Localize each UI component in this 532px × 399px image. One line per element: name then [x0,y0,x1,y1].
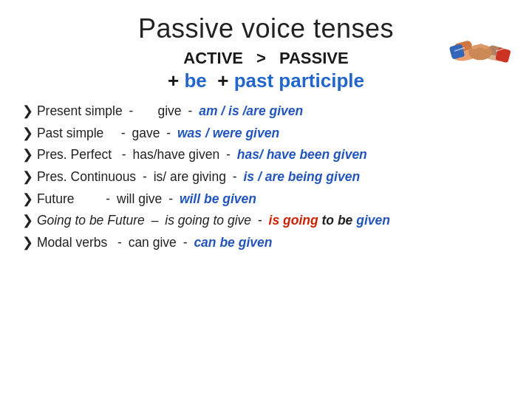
active-form-6: is going to give [165,212,251,230]
formula-plus1: + [168,69,184,92]
passive-form-5: will be given [180,191,256,208]
arrow-symbol: > [256,49,266,68]
tense-label-6: Going to be Future [37,212,145,230]
handshake-svg [448,13,513,78]
bullet-2: ❯ [22,125,37,143]
tense-label-5: Future [37,191,75,208]
bullet-4: ❯ [22,168,37,186]
tense-present-simple: ❯ Present simple - give - am / is /are g… [22,103,510,120]
passive-form-4: is / are being given [244,168,361,186]
tense-pres-continuous: ❯ Pres. Continuous - is/ are giving - is… [22,168,510,186]
tense-label-2: Past simple [37,125,103,143]
passive-form-3: has/ have been given [237,146,367,164]
active-passive-header: ACTIVE > PASSIVE [22,49,510,68]
bullet-5: ❯ [22,191,37,208]
bullet-1: ❯ [22,103,37,120]
tense-label-3: Pres. Perfect [37,146,112,164]
active-form-5: will give [117,191,162,208]
active-label: ACTIVE [183,49,243,68]
passive-label: PASSIVE [279,49,349,68]
page-title: Passive voice tenses [22,13,510,44]
formula-plus2: + [207,69,234,92]
active-form-3: has/have given [132,146,219,164]
active-form-4: is/ are giving [154,168,226,186]
passive-to-be: to be [318,212,353,230]
bullet-3: ❯ [22,146,37,164]
tenses-list: ❯ Present simple - give - am / is /are g… [22,103,510,251]
tense-pres-perfect: ❯ Pres. Perfect - has/have given - has/ … [22,146,510,164]
passive-going-red: is going [269,212,318,230]
formula-be: be [184,69,206,92]
tense-future: ❯ Future - will give - will be given [22,191,510,208]
passive-given-6: given [352,212,390,230]
passive-form-7: can be given [194,234,272,252]
formula-row: + be + past participle [22,69,510,92]
tense-going-to: ❯ Going to be Future – is going to give … [22,212,510,230]
bullet-6: ❯ [22,212,37,230]
active-form-7: can give [129,234,177,252]
active-form-2: gave [132,125,160,143]
tense-label-1: Present simple [37,103,123,120]
main-container: Passive voice tenses ACTIVE > PASSIVE + … [0,0,532,259]
bullet-7: ❯ [22,234,37,252]
handshake-illustration [448,13,514,80]
passive-form-1: am / is /are given [199,103,303,120]
tense-modal: ❯ Modal verbs - can give - can be given [22,234,510,252]
active-form-1: give [158,103,182,120]
passive-form-2: was / were given [177,125,279,143]
tense-label-4: Pres. Continuous [37,168,136,186]
tense-past-simple: ❯ Past simple - gave - was / were given [22,125,510,143]
formula-past-participle: past participle [234,69,364,92]
tense-label-7: Modal verbs [37,234,107,252]
